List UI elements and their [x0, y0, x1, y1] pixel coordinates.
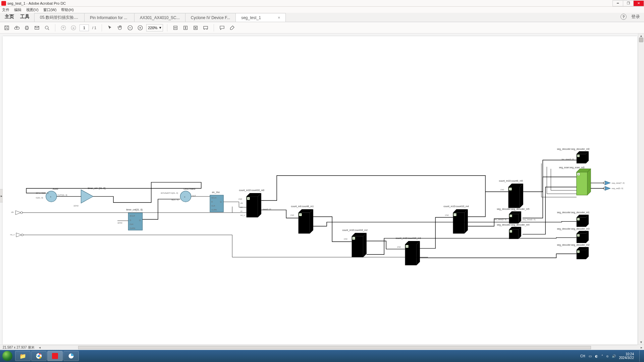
block-en-1hz: en_1hz SCLK D Q CLK CLRN [210, 191, 223, 212]
start-button[interactable] [0, 350, 15, 362]
svg-marker-24 [81, 190, 93, 203]
hscroll-right-arrow[interactable]: ▸ [639, 346, 644, 349]
menu-window[interactable]: 窗口(W) [43, 7, 57, 12]
svg-text:CLRN: CLRN [211, 209, 217, 211]
hscroll-left-arrow[interactable]: ◂ [37, 346, 43, 349]
comment-icon[interactable] [218, 24, 226, 32]
scroll-down-arrow[interactable]: ▼ [638, 340, 644, 345]
doc-tab-3[interactable]: Cyclone IV Device F... [185, 13, 236, 22]
svg-text:D: D [129, 219, 131, 221]
print-icon[interactable] [23, 24, 31, 32]
cloud-upload-icon[interactable] [13, 24, 21, 32]
svg-text:I1[31..0]: I1[31..0] [36, 197, 43, 199]
svg-text:1'h0: 1'h0 [500, 189, 504, 191]
page-up-icon[interactable] [59, 24, 67, 32]
toolbar: / 1 220%▾ [0, 22, 644, 34]
svg-text:count_m6:count6_m1: count_m6:count6_m1 [291, 205, 314, 208]
block-lessthan0: LessThan0 < 32'h2faf07f A[31..0] B[31..0… [161, 188, 196, 202]
taskbar-explorer[interactable]: 📁 [15, 351, 31, 361]
svg-marker-16 [16, 233, 21, 237]
page-down-icon[interactable] [69, 24, 77, 32]
block-count6-m1: count_m6:count6_m1 1'h0 [290, 205, 314, 233]
zoom-combo[interactable]: 220%▾ [146, 24, 163, 32]
svg-marker-94 [605, 181, 610, 185]
show-desktop-button[interactable] [639, 350, 643, 362]
tab-home[interactable]: 主页 [5, 14, 14, 20]
action-center-icon[interactable]: ◐ [595, 354, 598, 358]
battery-icon[interactable]: ▭ [589, 354, 592, 358]
svg-text:CLRN: CLRN [129, 227, 135, 229]
doc-tab-2[interactable]: AX301_AX4010_SC... [134, 13, 185, 22]
svg-text:1'h0: 1'h0 [238, 198, 242, 200]
svg-text:1'h0: 1'h0 [397, 246, 401, 248]
fit-zoom-icon[interactable] [192, 24, 200, 32]
svg-text:1'h0: 1'h0 [445, 214, 449, 216]
page-number-input[interactable] [79, 24, 89, 31]
zoom-in-icon[interactable] [136, 24, 144, 32]
tab-tools[interactable]: 工具 [20, 14, 30, 20]
hand-tool-icon[interactable] [116, 24, 124, 32]
volume-icon[interactable]: 🔊 [612, 354, 616, 358]
svg-rect-0 [5, 26, 9, 30]
maximize-button[interactable]: ❐ [623, 0, 634, 6]
network-icon[interactable]: ⎋ [606, 354, 608, 358]
output-seg-data: seg_data[7..0] [603, 181, 625, 185]
login-link[interactable]: 登录 [631, 14, 640, 20]
svg-text:clk: clk [240, 202, 243, 204]
doc-tab-4[interactable]: seg_test_1 × [235, 13, 286, 22]
fit-width-icon[interactable] [171, 24, 179, 32]
svg-text:seg_decoder:seg_decoder_m1: seg_decoder:seg_decoder_m1 [557, 211, 589, 214]
doc-tab-0[interactable]: 05.数码管扫描实验.... [34, 13, 85, 22]
menu-edit[interactable]: 编辑 [14, 7, 21, 12]
windows-orb-icon [2, 351, 12, 361]
svg-text:seg_data[6..0]: seg_data[6..0] [523, 219, 535, 221]
taskbar-chrome[interactable] [31, 351, 47, 361]
block-timer-reg: timer_cnt[31..0] 32'h0 SCLR D Q CLK CLRN [117, 208, 143, 230]
close-tab-icon[interactable]: × [275, 15, 280, 20]
svg-text:seg_decoder:seg_decoder_m4: seg_decoder:seg_decoder_m4 [497, 224, 529, 226]
scroll-thumb[interactable] [639, 38, 643, 42]
hscroll-thumb[interactable] [78, 346, 591, 349]
svg-text:SCLK: SCLK [211, 197, 217, 199]
block-seg-decoder-m1: seg_decoder:seg_decoder_m1 [557, 211, 589, 227]
svg-text:CLK: CLK [129, 223, 133, 225]
window-close-button[interactable]: ✕ [633, 0, 644, 6]
highlight-icon[interactable] [228, 24, 236, 32]
select-tool-icon[interactable] [106, 24, 114, 32]
zoom-out-icon[interactable] [126, 24, 134, 32]
mail-icon[interactable] [33, 24, 41, 32]
menu-view[interactable]: 视图(V) [26, 7, 39, 12]
tray-chevron-icon[interactable]: ˄ [601, 354, 603, 358]
block-add0: Add0 + 32'h1 I0[31..0] I1[31..0] OUT[31.… [36, 188, 67, 202]
search-icon[interactable] [43, 24, 51, 32]
ime-indicator[interactable]: CH [580, 354, 585, 358]
block-seg-decoder-m5: seg_decoder:seg_decoder_m5 bin_data[3..0… [494, 208, 535, 223]
schematic-diagram: clk rst_n Add0 + 32'h1 I0[31..0] I1[31..… [3, 36, 637, 345]
svg-text:32'h0: 32'h0 [117, 222, 122, 224]
taskbar-app[interactable] [63, 351, 79, 361]
read-mode-icon[interactable] [202, 24, 210, 32]
doc-tab-1[interactable]: Pin Information for ... [84, 13, 135, 22]
menu-help[interactable]: 帮助(H) [61, 7, 73, 12]
help-icon[interactable]: ? [621, 14, 627, 20]
minimize-button[interactable]: ━ [612, 0, 623, 6]
menu-file[interactable]: 文件 [2, 7, 9, 12]
chevron-down-icon: ▾ [159, 25, 161, 30]
block-inverter: 32'h0 timer_cnt~[31..0] [73, 187, 105, 207]
tab-row: 主页 工具 05.数码管扫描实验.... Pin Information for… [0, 13, 644, 22]
fit-page-icon[interactable] [181, 24, 190, 32]
save-icon[interactable] [3, 24, 11, 32]
svg-text:seg_scan:seg_scan_m0: seg_scan:seg_scan_m0 [559, 166, 585, 169]
document-tabs: 05.数码管扫描实验.... Pin Information for ... A… [34, 13, 621, 22]
taskbar-acrobat[interactable] [47, 351, 63, 361]
svg-text:timer_cnt[31..0]: timer_cnt[31..0] [126, 208, 143, 211]
block-count6-m5: count_m10:count6_m5 1'h0 [499, 180, 523, 208]
svg-text:seg_data[7..0]: seg_data[7..0] [612, 182, 625, 184]
svg-rect-1 [25, 27, 29, 28]
horizontal-scrollbar[interactable] [43, 346, 639, 350]
vertical-scrollbar[interactable]: ▲ ▼ [638, 34, 644, 345]
svg-text:seg_decoder:seg_decoder_m0: seg_decoder:seg_decoder_m0 [557, 148, 589, 150]
taskbar: 📁 CH ▭ ◐ ˄ ⎋ 🔊 10:24 2024/3/22 [0, 350, 644, 362]
taskbar-clock[interactable]: 10:24 2024/3/22 [619, 352, 634, 360]
pdf-page[interactable]: clk rst_n Add0 + 32'h1 I0[31..0] I1[31..… [3, 36, 637, 345]
